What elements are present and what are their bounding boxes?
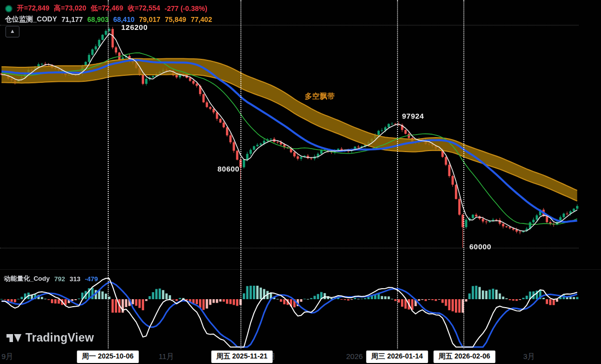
high-value: 高=73,020 xyxy=(54,4,86,13)
change-value: -277 (-0.38%) xyxy=(165,4,207,12)
low-value: 低=72,469 xyxy=(91,4,123,13)
position-indicator-legend[interactable]: 仓位监测_CODY 71,177 68,903 68,410 79,017 75… xyxy=(5,15,212,24)
date-marker-box: 周三 2026-01-14 xyxy=(366,351,428,363)
month-label: 3月 xyxy=(523,352,535,362)
pane-separator xyxy=(0,269,601,270)
vertical-dotted-crosshair xyxy=(240,0,241,351)
close-value: 收=72,554 xyxy=(128,4,160,13)
price-annotation-80600: 80600 xyxy=(217,165,239,173)
price-chart-canvas[interactable] xyxy=(0,0,601,364)
vertical-dotted-crosshair xyxy=(463,0,464,351)
open-value: 开=72,849 xyxy=(17,4,49,13)
indicator-value: 71,177 xyxy=(61,15,83,23)
indicator-value: 75,849 xyxy=(165,15,187,23)
tradingview-chart-window: 开=72,849 高=73,020 低=72,469 收=72,554 -277… xyxy=(0,0,601,364)
date-marker-box: 周一 2025-10-06 xyxy=(77,351,139,363)
month-label: 11月 xyxy=(159,352,174,362)
indicator-value: 79,017 xyxy=(139,15,161,23)
ohlc-legend-row[interactable]: 开=72,849 高=73,020 低=72,469 收=72,554 -277… xyxy=(5,4,207,13)
indicator-value: -479 xyxy=(85,275,98,283)
series-status-icon xyxy=(5,5,12,12)
lower-dotted-level-line xyxy=(0,248,579,248)
indicator-value: 68,410 xyxy=(113,15,135,23)
indicator-value: 792 xyxy=(54,275,65,283)
date-marker-box: 周五 2026-02-06 xyxy=(433,351,495,363)
vertical-dotted-crosshair xyxy=(108,0,109,351)
tradingview-logo-text: TradingView xyxy=(25,331,94,345)
momentum-indicator-legend[interactable]: 动能量化_Cody 792 313 -479 xyxy=(4,274,98,283)
time-axis[interactable]: 9月 11月 12月 2026 3月 周一 2025-10-06 周五 2025… xyxy=(0,349,601,364)
upper-dotted-level-line xyxy=(0,25,579,25)
indicator-title: 仓位监测_CODY xyxy=(5,15,57,24)
indicator-value: 77,402 xyxy=(191,15,212,23)
price-annotation-126200: 126200 xyxy=(121,23,148,31)
indicator-value: 68,903 xyxy=(87,15,109,23)
band-label: 多空飘带 xyxy=(305,92,335,101)
month-label: 2026 xyxy=(346,352,363,361)
tradingview-watermark[interactable]: TradingView xyxy=(6,331,94,345)
price-annotation-97924: 97924 xyxy=(402,112,424,120)
price-annotation-60000: 60000 xyxy=(469,242,491,251)
date-marker-box: 周五 2025-11-21 xyxy=(211,351,273,363)
tradingview-logo-icon xyxy=(6,332,21,345)
month-label: 9月 xyxy=(1,352,13,362)
indicator-value: 313 xyxy=(69,275,80,283)
collapse-legend-button[interactable]: ▲ xyxy=(5,26,19,37)
indicator-title: 动能量化_Cody xyxy=(4,274,50,283)
vertical-dotted-crosshair xyxy=(397,0,398,351)
